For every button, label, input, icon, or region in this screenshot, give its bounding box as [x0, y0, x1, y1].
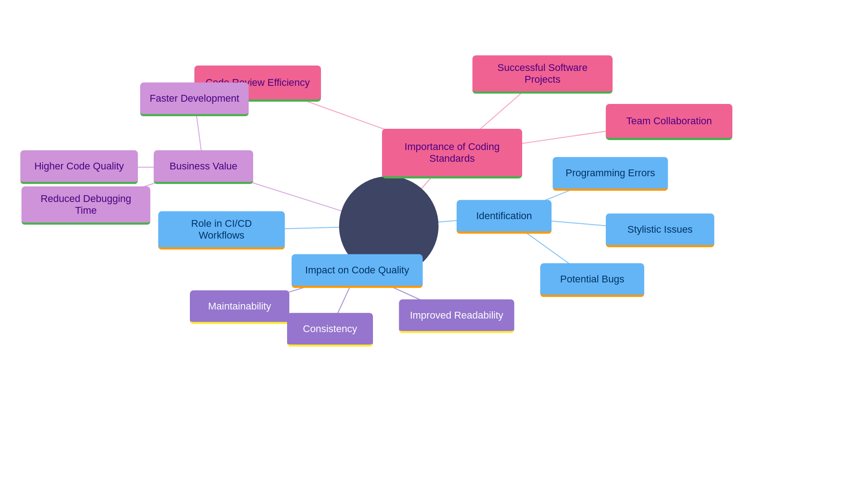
node-potential-bugs: Potential Bugs [540, 263, 644, 297]
node-team-collab: Team Collaboration [606, 104, 732, 140]
node-cicd: Role in CI/CD Workflows [158, 211, 285, 250]
node-maintainability: Maintainability [190, 291, 289, 324]
node-higher-quality: Higher Code Quality [20, 150, 138, 184]
node-prog-errors: Programming Errors [553, 157, 668, 191]
node-label-consistency: Consistency [303, 323, 357, 335]
node-label-improved-read: Improved Readability [410, 310, 504, 321]
node-label-faster-dev: Faster Development [150, 93, 239, 104]
node-label-importance: Importance of Coding Standards [391, 141, 513, 164]
node-label-identification: Identification [476, 210, 532, 222]
node-label-maintainability: Maintainability [208, 300, 271, 312]
node-reduced-debug: Reduced Debugging Time [22, 187, 151, 225]
node-label-prog-errors: Programming Errors [566, 167, 655, 179]
node-importance: Importance of Coding Standards [382, 129, 522, 178]
node-label-team-collab: Team Collaboration [626, 115, 712, 127]
node-label-business: Business Value [170, 160, 237, 172]
node-label-impact: Impact on Code Quality [305, 264, 409, 276]
node-label-potential-bugs: Potential Bugs [560, 273, 624, 285]
node-consistency: Consistency [287, 313, 373, 347]
node-label-cicd: Role in CI/CD Workflows [167, 218, 276, 241]
node-stylistic: Stylistic Issues [606, 214, 714, 248]
node-faster-dev: Faster Development [140, 83, 249, 117]
node-label-successful: Successful Software Projects [481, 62, 604, 85]
node-improved-read: Improved Readability [399, 300, 514, 333]
node-identification: Identification [457, 200, 552, 234]
node-business: Business Value [154, 150, 253, 184]
node-label-higher-quality: Higher Code Quality [34, 160, 124, 172]
node-successful: Successful Software Projects [472, 56, 613, 94]
node-label-stylistic: Stylistic Issues [627, 224, 693, 235]
node-label-reduced-debug: Reduced Debugging Time [31, 193, 142, 216]
node-impact: Impact on Code Quality [292, 254, 423, 288]
